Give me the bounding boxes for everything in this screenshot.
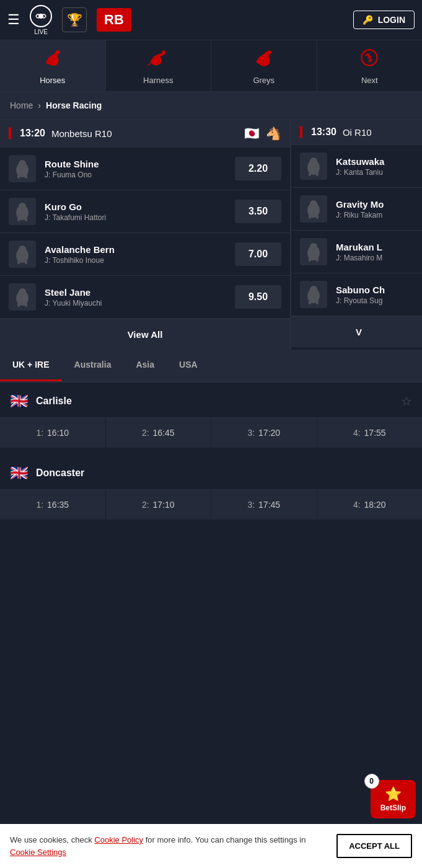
horse-row-1-2[interactable]: Kuro Go J: Takafumi Hattori 3.50 (0, 190, 290, 233)
greys-icon (253, 46, 275, 73)
breadcrumb: Home › Horse Racing (0, 92, 422, 120)
header: ☰ LIVE 🏆 RB 🔑 LOGIN (0, 0, 422, 40)
tab-horses[interactable]: Horses (0, 40, 106, 91)
doncaster-name[interactable]: Doncaster (36, 467, 412, 479)
carlisle-race-times: 1: 16:10 2: 16:45 3: 17:20 4: 17:55 (0, 418, 422, 448)
doncaster-race-4[interactable]: 4: 18:20 (317, 490, 423, 520)
carlisle-flag: 🇬🇧 (10, 392, 29, 410)
horse-name-1-2: Kuro Go (45, 202, 235, 212)
carlisle-race-2[interactable]: 2: 16:45 (106, 418, 212, 448)
horse-row-2-4[interactable]: Sabuno Ch J: Ryouta Sug (291, 273, 422, 316)
doncaster-race-1[interactable]: 1: 16:35 (0, 490, 106, 520)
svg-point-4 (268, 51, 271, 54)
race-horse-icon-1: 🐴 (266, 126, 281, 141)
race-bar-1 (9, 127, 11, 140)
horse-jockey-1-1: J: Fuuma Ono (45, 170, 235, 179)
menu-icon[interactable]: ☰ (7, 12, 20, 28)
live-button[interactable]: LIVE (30, 5, 52, 35)
svg-rect-28 (309, 215, 311, 219)
horse-info-1-2: Kuro Go J: Takafumi Hattori (45, 202, 235, 222)
venue-carlisle-header: 🇬🇧 Carlisle ☆ (0, 383, 422, 418)
venue-carlisle: 🇬🇧 Carlisle ☆ 1: 16:10 2: 16:45 3: 17:20… (0, 383, 422, 448)
view-all-1[interactable]: View All (0, 319, 290, 350)
horse-silks-1-4 (9, 283, 36, 311)
carlisle-race-4[interactable]: 4: 17:55 (317, 418, 423, 448)
next-label: Next (361, 76, 378, 85)
tab-asia[interactable]: Asia (123, 350, 167, 381)
svg-point-15 (19, 246, 26, 253)
carlisle-race-1[interactable]: 1: 16:10 (0, 418, 106, 448)
view-all-2[interactable]: V (291, 316, 422, 347)
carlisle-name[interactable]: Carlisle (36, 396, 401, 407)
tab-asia-label: Asia (136, 360, 154, 370)
sport-tabs: Horses Harness Greys Next (0, 40, 422, 92)
svg-point-2 (162, 50, 165, 53)
horse-info-1-4: Steel Jane J: Yuuki Miyauchi (45, 287, 235, 308)
horse-odds-1-2[interactable]: 3.50 (235, 200, 281, 223)
horse-row-1-1[interactable]: Route Shine J: Fuuma Ono 2.20 (0, 148, 290, 190)
tab-usa[interactable]: USA (167, 350, 210, 381)
greys-label: Greys (253, 76, 275, 85)
doncaster-race-1-time: 16:35 (47, 500, 69, 510)
horse-name-1-4: Steel Jane (45, 287, 235, 298)
login-button[interactable]: 🔑 LOGIN (353, 11, 415, 29)
trophy-icon[interactable]: 🏆 (62, 7, 87, 32)
svg-point-11 (19, 203, 26, 210)
race-time-2: 13:30 (311, 126, 336, 138)
carlisle-race-1-time: 16:10 (47, 428, 69, 438)
tab-greys[interactable]: Greys (211, 40, 317, 91)
horse-jockey-2-3: J: Masahiro M (336, 254, 418, 262)
svg-rect-20 (17, 303, 20, 307)
doncaster-race-4-time: 18:20 (364, 500, 386, 510)
horse-odds-1-1[interactable]: 2.20 (235, 157, 281, 180)
horse-row-1-4[interactable]: Steel Jane J: Yuuki Miyauchi 9.50 (0, 276, 290, 319)
svg-point-7 (19, 160, 26, 167)
horse-name-2-3: Marukan L (336, 242, 418, 252)
horse-jockey-1-2: J: Takafumi Hattori (45, 213, 235, 222)
svg-rect-12 (17, 218, 20, 221)
region-tabs: UK + IRE Australia Asia USA (0, 350, 422, 383)
doncaster-race-3[interactable]: 3: 17:45 (211, 490, 317, 520)
login-icon: 🔑 (363, 15, 373, 25)
tab-uk-ire[interactable]: UK + IRE (0, 350, 62, 381)
tab-australia[interactable]: Australia (62, 350, 124, 381)
carlisle-race-2-time: 16:45 (153, 428, 175, 438)
horse-odds-1-3[interactable]: 7.00 (235, 242, 281, 266)
carlisle-race-4-time: 17:55 (364, 428, 386, 438)
doncaster-race-3-num: 3: (247, 500, 255, 510)
horse-row-2-3[interactable]: Marukan L J: Masahiro M (291, 231, 422, 273)
horse-odds-1-4[interactable]: 9.50 (235, 285, 281, 309)
svg-point-31 (310, 243, 317, 250)
horse-row-2-2[interactable]: Gravity Mo J: Riku Takam (291, 188, 422, 231)
horse-jockey-2-1: J: Kanta Taniu (336, 168, 418, 177)
horse-name-1-3: Avalanche Bern (45, 244, 235, 255)
svg-point-19 (19, 288, 26, 296)
horses-label: Horses (40, 76, 65, 85)
horse-info-2-2: Gravity Mo J: Riku Takam (336, 199, 418, 219)
doncaster-flag: 🇬🇧 (10, 464, 29, 482)
carlisle-race-1-num: 1: (36, 428, 43, 438)
tab-next[interactable]: Next (317, 40, 423, 91)
horse-row-2-1[interactable]: Katsuwaka J: Kanta Taniu (291, 145, 422, 188)
doncaster-race-times: 1: 16:35 2: 17:10 3: 17:45 4: 18:20 (0, 490, 422, 520)
venue-doncaster: 🇬🇧 Doncaster 1: 16:35 2: 17:10 3: 17:45 … (0, 454, 422, 520)
breadcrumb-home[interactable]: Home (10, 100, 33, 110)
carlisle-star-icon[interactable]: ☆ (401, 394, 412, 409)
carlisle-race-3-num: 3: (247, 428, 255, 438)
tab-harness[interactable]: Harness (106, 40, 212, 91)
live-label: LIVE (34, 29, 48, 35)
horse-silks-1-2 (9, 198, 36, 225)
horse-silks-2-1 (300, 153, 327, 180)
harness-label: Harness (143, 76, 173, 85)
svg-rect-13 (25, 218, 27, 221)
carlisle-race-2-num: 2: (142, 428, 149, 438)
svg-rect-32 (309, 258, 311, 262)
carlisle-race-3[interactable]: 3: 17:20 (211, 418, 317, 448)
race-time-1: 13:20 (20, 128, 45, 139)
svg-rect-36 (309, 301, 311, 304)
race-column-2: 13:30 Oi R10 Katsuwaka J: Kanta Taniu Gr… (291, 120, 422, 350)
svg-point-35 (310, 286, 317, 293)
horse-row-1-3[interactable]: Avalanche Bern J: Toshihiko Inoue 7.00 (0, 233, 290, 276)
doncaster-race-2[interactable]: 2: 17:10 (106, 490, 212, 520)
race-name-1: Monbetsu R10 (51, 128, 112, 139)
